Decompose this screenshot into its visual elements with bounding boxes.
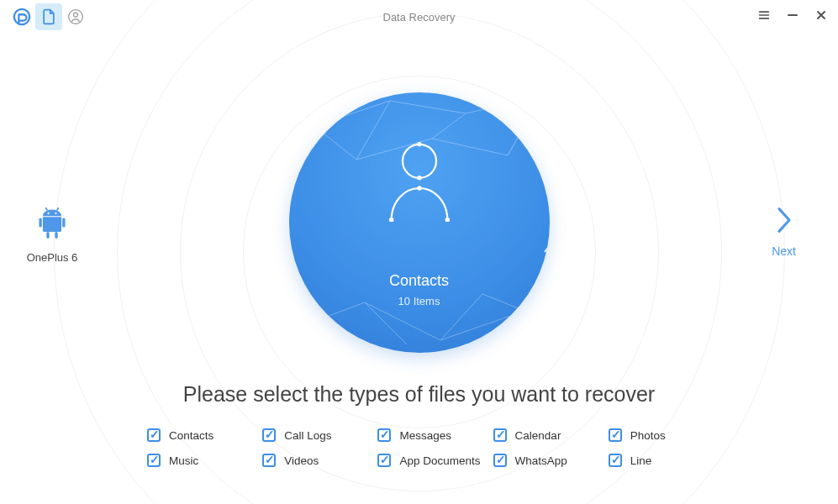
filetype-calendar[interactable]: Calendar [493, 428, 605, 442]
checkbox-icon [609, 428, 622, 442]
next-label: Next [772, 244, 796, 258]
checkbox-icon [609, 454, 622, 467]
checkbox-icon [493, 454, 507, 467]
filetype-label: Call Logs [284, 429, 331, 442]
filetype-messages[interactable]: Messages [377, 428, 489, 442]
svg-point-9 [47, 213, 49, 214]
svg-point-12 [417, 142, 422, 147]
data-recovery-tab-icon[interactable] [35, 3, 62, 30]
close-button[interactable] [811, 5, 831, 25]
filetype-app-documents[interactable]: App Documents [377, 454, 489, 467]
svg-point-13 [417, 176, 422, 181]
filetype-music[interactable]: Music [147, 454, 259, 467]
filetype-label: Videos [284, 454, 319, 467]
checkbox-icon [262, 454, 276, 467]
svg-point-16 [445, 218, 450, 222]
logo-icon[interactable] [8, 3, 35, 30]
carousel-card-contacts[interactable]: Contacts 10 Items [289, 92, 550, 353]
svg-rect-5 [46, 232, 49, 239]
filetype-whatsapp[interactable]: WhatsApp [493, 454, 605, 467]
filetype-label: Contacts [169, 429, 213, 442]
checkbox-icon [377, 428, 391, 442]
filetype-label: Calendar [515, 429, 561, 442]
svg-line-7 [45, 207, 47, 210]
poly-decoration [289, 92, 550, 353]
filetype-label: Music [169, 454, 198, 467]
checkbox-icon [493, 428, 507, 442]
minimize-button[interactable] [783, 5, 803, 25]
device-selector[interactable]: OnePlus 6 [18, 206, 86, 264]
hamburger-menu-icon[interactable] [754, 5, 774, 25]
svg-point-11 [403, 144, 436, 178]
svg-line-8 [57, 207, 59, 210]
filetype-label: WhatsApp [515, 454, 567, 467]
filetype-photos[interactable]: Photos [609, 428, 720, 442]
svg-rect-6 [55, 232, 57, 239]
account-icon[interactable] [62, 3, 89, 30]
android-icon [36, 206, 68, 243]
device-name: OnePlus 6 [18, 251, 86, 264]
window-title: Data Recovery [0, 11, 838, 24]
svg-point-15 [388, 218, 393, 222]
filetype-label: App Documents [399, 454, 480, 467]
next-button[interactable]: Next [772, 206, 796, 258]
filetype-grid: Contacts Call Logs Messages Calendar Pho… [147, 428, 720, 467]
filetype-label: Photos [630, 429, 666, 442]
carousel-card-name: Contacts [389, 272, 449, 290]
filetype-call-logs[interactable]: Call Logs [262, 428, 374, 442]
filetype-line[interactable]: Line [609, 454, 720, 467]
checkbox-icon [262, 428, 276, 442]
svg-point-14 [417, 186, 422, 191]
svg-rect-3 [39, 218, 41, 227]
checkbox-icon [377, 454, 391, 467]
select-types-prompt: Please select the types of files you wan… [0, 382, 838, 407]
filetype-label: Line [630, 454, 652, 467]
filetype-videos[interactable]: Videos [262, 454, 374, 467]
checkbox-icon [147, 454, 161, 467]
contact-person-icon [382, 138, 457, 222]
carousel-card-count: 10 Items [398, 295, 440, 307]
svg-rect-4 [62, 218, 65, 227]
filetype-label: Messages [399, 429, 451, 442]
svg-point-2 [74, 13, 78, 17]
data-type-carousel: Contacts 10 Items [289, 92, 550, 353]
svg-point-10 [55, 213, 56, 214]
topbar: Data Recovery [0, 0, 838, 34]
carousel-next-peek [536, 172, 550, 273]
checkbox-icon [147, 428, 161, 442]
filetype-contacts[interactable]: Contacts [147, 428, 259, 442]
chevron-right-icon [772, 206, 796, 238]
